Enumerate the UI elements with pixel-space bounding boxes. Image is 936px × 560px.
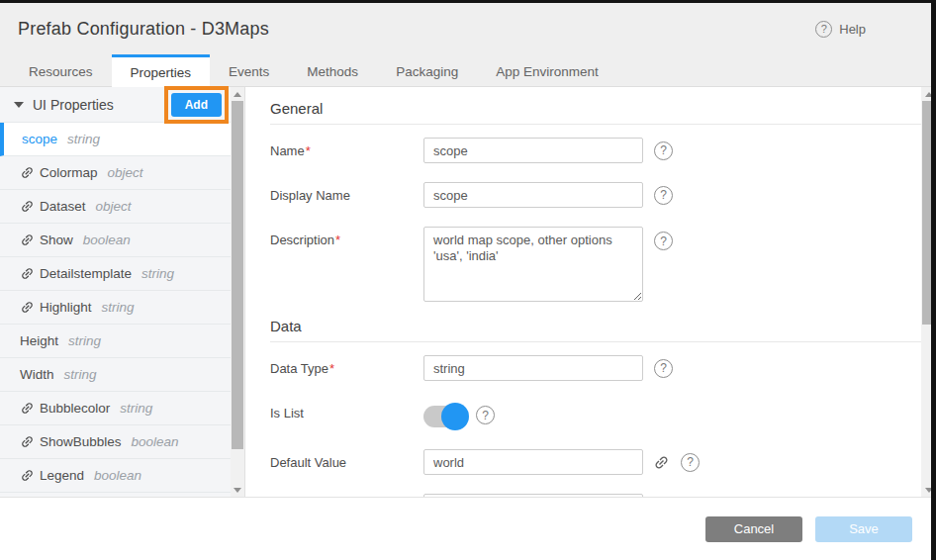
- collapse-triangle-icon[interactable]: [14, 102, 24, 108]
- display-name-label: Display Name: [270, 188, 350, 203]
- property-type: string: [68, 333, 101, 348]
- required-asterisk: *: [306, 143, 311, 158]
- property-item-colormap[interactable]: Colormapobject: [0, 156, 231, 190]
- required-asterisk: *: [335, 233, 340, 247]
- link-icon: [20, 434, 35, 449]
- scroll-up-icon[interactable]: [231, 87, 244, 101]
- property-type: boolean: [132, 434, 179, 449]
- field-row-description: Description* world map scope, other opti…: [270, 227, 921, 302]
- link-icon: [20, 300, 35, 315]
- field-row-data-type: Data Type* ?: [270, 355, 921, 381]
- sidebar-scrollbar[interactable]: [231, 87, 244, 497]
- dialog-body: UI Properties Add scopestringColormapobj…: [0, 87, 936, 497]
- is-list-toggle[interactable]: [423, 403, 469, 430]
- is-list-help-icon[interactable]: ?: [476, 406, 495, 424]
- tab-methods[interactable]: Methods: [288, 54, 377, 86]
- tab-resources[interactable]: Resources: [10, 54, 112, 86]
- property-name: Dataset: [40, 199, 86, 214]
- help-button[interactable]: ? Help: [815, 21, 866, 38]
- property-type: string: [102, 300, 135, 315]
- page-title: Prefab Configuration - D3Maps: [18, 19, 269, 40]
- property-name: Bubblecolor: [40, 401, 110, 416]
- tab-properties[interactable]: Properties: [112, 54, 211, 87]
- property-type: object: [96, 199, 132, 214]
- default-value-input[interactable]: [423, 449, 643, 475]
- property-name: ShowBubbles: [40, 434, 122, 449]
- property-name: Width: [20, 367, 54, 382]
- data-type-label: Data Type: [270, 361, 328, 376]
- field-row-is-list: Is List ?: [270, 400, 921, 430]
- link-icon: [20, 165, 35, 180]
- description-help-icon[interactable]: ?: [654, 232, 673, 250]
- titlebar: Prefab Configuration - D3Maps ? Help: [0, 3, 936, 54]
- add-property-button[interactable]: Add: [171, 93, 222, 117]
- name-help-icon[interactable]: ?: [654, 141, 673, 160]
- link-icon: [20, 401, 35, 416]
- description-label: Description: [270, 233, 334, 247]
- required-asterisk: *: [329, 361, 334, 376]
- property-name: Highlight: [40, 300, 92, 315]
- property-type: boolean: [83, 233, 131, 247]
- section-heading-data: Data: [270, 318, 921, 342]
- data-type-input[interactable]: [423, 355, 643, 381]
- property-type: boolean: [94, 468, 141, 483]
- window-right-border: [931, 3, 936, 560]
- field-row-default-value: Default Value ?: [270, 449, 921, 475]
- name-input[interactable]: [423, 138, 643, 163]
- property-form-panel: General Name* ? Display Name: [245, 87, 936, 497]
- link-icon: [20, 468, 35, 483]
- dialog-footer: Cancel Save: [0, 497, 936, 560]
- is-list-label: Is List: [270, 406, 304, 420]
- binding-type-select[interactable]: [423, 494, 643, 497]
- bind-link-icon[interactable]: [653, 454, 670, 471]
- scroll-down-icon[interactable]: [231, 483, 244, 497]
- property-name: Height: [20, 333, 58, 348]
- property-type: object: [108, 165, 143, 180]
- field-row-name: Name* ?: [270, 138, 921, 163]
- property-item-highlight[interactable]: Highlightstring: [0, 291, 231, 325]
- tab-app-environment[interactable]: App Environment: [477, 54, 617, 86]
- field-row-binding-type: Binding Type ?: [270, 494, 921, 497]
- sidebar-group-label: UI Properties: [33, 97, 114, 113]
- sidebar-group-header[interactable]: UI Properties Add: [0, 87, 231, 123]
- add-button-highlight: Add: [164, 86, 229, 124]
- property-name: Detailstemplate: [40, 266, 132, 281]
- data-type-help-icon[interactable]: ?: [654, 359, 673, 378]
- property-name: Legend: [40, 468, 84, 483]
- prefab-configuration-dialog: Prefab Configuration - D3Maps ? Help Res…: [0, 0, 936, 560]
- default-value-label: Default Value: [270, 455, 346, 470]
- tab-packaging[interactable]: Packaging: [377, 54, 477, 86]
- tab-bar: ResourcesPropertiesEventsMethodsPackagin…: [0, 54, 936, 87]
- field-row-display-name: Display Name ?: [270, 182, 921, 208]
- description-textarea[interactable]: world map scope, other options 'usa', 'i…: [423, 227, 643, 302]
- link-icon: [20, 266, 35, 281]
- section-heading-general: General: [270, 100, 921, 125]
- property-type: string: [120, 401, 152, 416]
- property-item-dataset[interactable]: Datasetobject: [0, 190, 231, 224]
- property-type: string: [141, 266, 174, 281]
- property-item-detailstemplate[interactable]: Detailstemplatestring: [0, 257, 231, 291]
- sidebar-scrollbar-thumb[interactable]: [232, 101, 243, 449]
- property-item-scope[interactable]: scopestring: [0, 123, 231, 156]
- cancel-button[interactable]: Cancel: [705, 516, 802, 542]
- save-button[interactable]: Save: [815, 516, 912, 542]
- help-circle-icon: ?: [815, 21, 832, 38]
- tab-events[interactable]: Events: [210, 54, 288, 86]
- property-type: string: [67, 132, 100, 146]
- property-item-bubblecolor[interactable]: Bubblecolorstring: [0, 392, 231, 425]
- display-name-input[interactable]: [423, 182, 643, 208]
- property-list: scopestringColormapobjectDatasetobjectSh…: [0, 123, 231, 493]
- property-item-showbubbles[interactable]: ShowBubblesboolean: [0, 425, 231, 459]
- property-item-legend[interactable]: Legendboolean: [0, 459, 231, 493]
- property-name: Show: [40, 233, 73, 247]
- property-item-height[interactable]: Heightstring: [0, 325, 231, 358]
- link-icon: [20, 233, 35, 247]
- properties-sidebar: UI Properties Add scopestringColormapobj…: [0, 87, 245, 497]
- property-type: string: [64, 367, 97, 382]
- default-value-help-icon[interactable]: ?: [681, 453, 700, 472]
- property-name: scope: [22, 132, 57, 146]
- property-item-show[interactable]: Showboolean: [0, 224, 231, 257]
- property-item-width[interactable]: Widthstring: [0, 358, 231, 392]
- display-name-help-icon[interactable]: ?: [654, 186, 673, 205]
- link-icon: [20, 199, 35, 214]
